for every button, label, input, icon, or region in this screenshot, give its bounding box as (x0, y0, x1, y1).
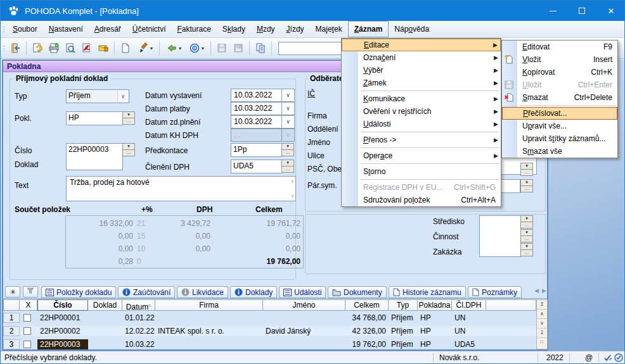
tab-udalosti[interactable]: Události (279, 286, 326, 298)
cell-firma[interactable] (155, 339, 263, 349)
chevron-down-icon[interactable]: ∨ (281, 129, 295, 142)
cell-typ[interactable]: Příjem (389, 313, 418, 323)
menubar-item-soubor[interactable]: Soubor (7, 21, 43, 37)
menu-item-upravit-vse[interactable]: Upravit vše... (502, 120, 617, 132)
chevron-down-icon[interactable]: ∨ (281, 115, 295, 129)
browse-icon[interactable]: … (520, 169, 533, 176)
date-field-datum-kh-dph[interactable]: . .∨ (231, 129, 295, 142)
menubar-item-majetek[interactable]: Majetek (310, 21, 348, 37)
menu-item-editovat[interactable]: EditovatF9 (502, 41, 617, 53)
browse-icon[interactable]: … (520, 249, 533, 256)
browse-icon[interactable]: … (520, 185, 533, 192)
cell-doklad[interactable] (88, 339, 122, 349)
menu-item-vlozit[interactable]: VložitInsert (502, 53, 617, 66)
copy-button[interactable] (252, 40, 269, 56)
cell-typ[interactable]: Příjem (389, 339, 418, 349)
filter-funnel-button[interactable] (23, 286, 38, 298)
correction-brush-button[interactable]: ▾ (134, 40, 157, 56)
row-number[interactable]: 2 (3, 326, 20, 336)
row-number[interactable]: 1 (3, 313, 20, 323)
menu-item-editace[interactable]: Editace▶ (342, 39, 501, 51)
menu-item-oznaceni[interactable]: Označení▶ (342, 51, 501, 64)
menu-item-operace[interactable]: Operace▶ (342, 149, 501, 162)
chevron-down-icon[interactable]: ∨ (117, 91, 128, 102)
menu-item-precislovat[interactable]: Přečíslovat... (502, 107, 617, 120)
print-preview-button[interactable] (62, 40, 79, 56)
table-header-jmeno[interactable]: Jméno (263, 299, 345, 311)
tab-zauctovani[interactable]: Zaúčtování (118, 286, 175, 298)
cell-firma[interactable] (155, 313, 263, 323)
scroll-up-icon[interactable]: ∧ (290, 179, 294, 184)
chevron-down-icon[interactable]: ∨ (281, 102, 295, 115)
cell-celkem[interactable]: 34 768,00 (345, 313, 389, 323)
pdf-export-button[interactable] (79, 40, 95, 56)
chevron-down-icon[interactable]: ∨ (281, 89, 295, 102)
table-header-doklad[interactable]: Doklad (88, 299, 122, 311)
menu-item-komunikace[interactable]: Komunikace▶ (342, 92, 501, 105)
cell-celkem[interactable]: 42 326,00 (345, 326, 389, 336)
menu-item-kopirovat[interactable]: KopírovatCtrl+K (502, 66, 617, 78)
menubar-item-napoveda[interactable]: Nápověda (389, 21, 435, 37)
browse-icon[interactable]: … (520, 222, 533, 229)
cislo-value[interactable]: 22HP00003 (68, 145, 120, 154)
cell-datum[interactable]: 10.03.22 (122, 339, 155, 349)
menu-item-prenos[interactable]: Přenos ->▶ (342, 134, 501, 146)
tab-dokumenty[interactable]: Dokumenty (328, 286, 387, 298)
cell-jmeno[interactable] (263, 313, 345, 323)
new-record-button[interactable] (117, 40, 134, 56)
menu-item-udalosti[interactable]: Události▶ (342, 118, 501, 130)
cell-typ[interactable]: Příjem (389, 326, 418, 336)
menu-item-storno[interactable]: Storno (342, 165, 501, 178)
row-number[interactable]: 3 (3, 339, 20, 349)
menubar-item-mzdy[interactable]: Mzdy (251, 21, 281, 37)
scroll-down-icon[interactable]: ∨ (290, 193, 294, 199)
row-checkbox[interactable] (23, 314, 31, 322)
menubar-item-fakturace[interactable]: Fakturace (171, 21, 216, 37)
date-value[interactable]: 10.03.2022 (231, 89, 282, 102)
verified-check-icon[interactable] (614, 351, 623, 364)
scroll-up-icon[interactable]: ∧ (537, 310, 547, 319)
menubar-item-zaznam[interactable]: Záznam (348, 21, 389, 37)
menubar-item-sklady[interactable]: Sklady (217, 21, 251, 37)
menubar-grip[interactable]: ⋮ (1, 21, 7, 37)
menu-item-zamek[interactable]: Zámek▶ (342, 77, 501, 89)
tab-scroll-left-icon[interactable]: ◀ (534, 287, 539, 294)
toolbar-grip[interactable]: ⋮ (1, 44, 7, 53)
tab-poznamky[interactable]: Poznámky (468, 286, 522, 298)
date-field-datum-vystaveni[interactable]: 10.03.2022∨ (231, 89, 295, 102)
minimize-button[interactable] (538, 1, 567, 21)
tab-polozky-dokladu[interactable]: Položky dokladu (41, 286, 116, 298)
save-special-button[interactable] (230, 40, 247, 56)
table-header-cislo[interactable]: Číslo (37, 299, 88, 311)
browse-icon[interactable]: … (281, 166, 294, 173)
refresh-agenda-button[interactable] (29, 40, 46, 56)
cell-jmeno[interactable] (263, 339, 345, 349)
save-button[interactable] (214, 40, 230, 56)
menu-item-vyber[interactable]: Výběr▶ (342, 64, 501, 77)
customer-label-ic[interactable]: IČ (307, 89, 315, 98)
close-button[interactable]: ✕ (596, 1, 625, 21)
status-email-indicator[interactable]: @ (585, 351, 593, 364)
menubar-item-adresar[interactable]: Adresář (89, 21, 127, 37)
cell-pokladna[interactable]: HP (418, 313, 452, 323)
new-record-star-button[interactable]: ✳ (5, 286, 20, 298)
pen-check-icon[interactable] (603, 351, 612, 364)
classification-field[interactable] (479, 215, 521, 257)
cell-pokladna[interactable]: HP (418, 326, 452, 336)
tab-scroll-right-icon[interactable]: ▶ (542, 287, 546, 294)
cell-doklad[interactable] (88, 313, 122, 323)
back-arrow-button[interactable]: ▾ (162, 40, 185, 56)
cell-datum[interactable]: 01.01.22 (122, 313, 155, 323)
text-field[interactable]: Tržba, prodej za hotové ∧ ∨ (66, 176, 296, 201)
tab-doklady[interactable]: Doklady (230, 286, 277, 298)
menubar-item-ucetnictvi[interactable]: Účetnictví (127, 21, 172, 37)
cell-jmeno[interactable]: David Jánský (263, 326, 345, 336)
maximize-button[interactable] (567, 1, 596, 21)
tab-likvidace[interactable]: Likvidace (177, 286, 228, 298)
pokl-field[interactable]: HP (66, 111, 123, 125)
row-checkbox[interactable] (23, 327, 31, 335)
table-header-cldph[interactable]: Čl.DPH (452, 299, 486, 311)
date-value[interactable]: . . (231, 129, 282, 142)
cell-cislo[interactable]: 22HP00002 (37, 326, 88, 336)
date-field-datum-zd-plneni[interactable]: 10.03.2022∨ (231, 115, 295, 129)
